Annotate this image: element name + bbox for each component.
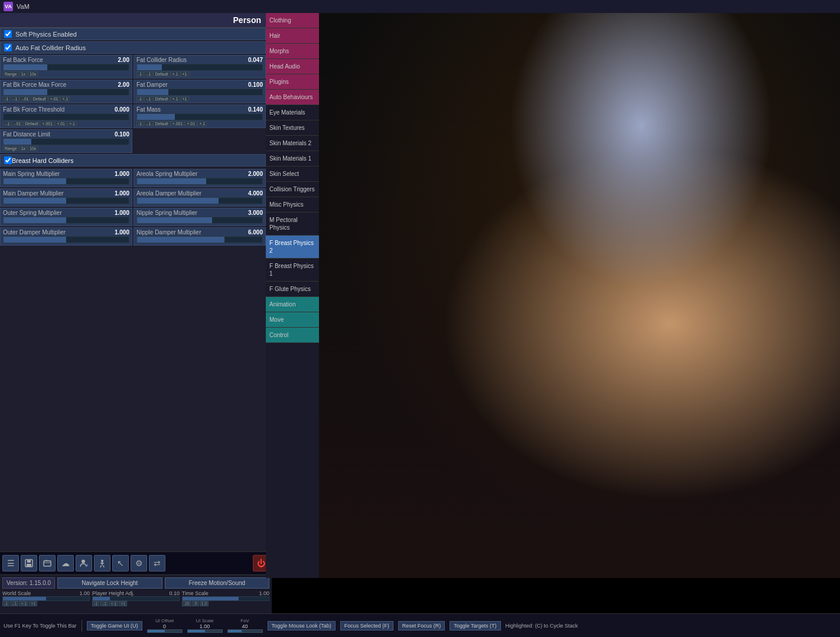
fat-dist-10x-btn[interactable]: 10x xyxy=(28,146,38,151)
time-scale-025-btn[interactable]: .25 xyxy=(182,601,191,606)
main-spring-mult-slider[interactable] xyxy=(3,178,129,185)
tab-skin-select[interactable]: Skin Select xyxy=(266,166,319,182)
outer-damper-mult-slider[interactable] xyxy=(3,236,129,243)
tab-skin-textures[interactable]: Skin Textures xyxy=(266,120,319,136)
world-scale-m1-btn[interactable]: -1 xyxy=(2,601,9,606)
fat-damper-p1-btn[interactable]: +1 xyxy=(181,96,189,102)
cloud-icon[interactable]: ☁ xyxy=(57,555,74,571)
outer-spring-mult-slider[interactable] xyxy=(3,217,129,224)
world-scale-slider[interactable] xyxy=(2,596,90,601)
player-height-p01-btn[interactable]: +.1 xyxy=(109,601,118,606)
fat-back-force-1x-btn[interactable]: 1x xyxy=(19,71,27,77)
navigate-lock-height-button[interactable]: Navigate Lock Height xyxy=(57,577,162,589)
tab-f-breast-physics-2[interactable]: F Breast Physics 2 xyxy=(266,236,319,259)
figure-icon[interactable] xyxy=(94,555,110,571)
fat-bk-max-m001-btn[interactable]: -.01 xyxy=(19,96,30,102)
tab-m-pectoral-physics[interactable]: M Pectoral Physics xyxy=(266,213,319,236)
fat-bk-th-m001-btn[interactable]: -.01 xyxy=(12,121,22,126)
main-damper-mult-slider[interactable] xyxy=(3,197,129,204)
tab-collision-triggers[interactable]: Collision Triggers xyxy=(266,182,319,197)
fat-bk-th-p01-btn[interactable]: +.01 xyxy=(55,121,67,126)
world-scale-m01-btn[interactable]: -.1 xyxy=(10,601,18,606)
fat-dist-range-btn[interactable]: Range xyxy=(3,146,19,151)
tab-clothing[interactable]: Clothing xyxy=(266,13,319,28)
fat-collider-m01-btn[interactable]: -.1 xyxy=(144,71,152,77)
fat-bk-max-m01-btn[interactable]: -.1 xyxy=(11,96,19,102)
toggle-mouse-look-button[interactable]: Toggle Mouse Look (Tab) xyxy=(268,621,336,631)
nipple-damper-mult-slider[interactable] xyxy=(136,236,263,243)
tab-move[interactable]: Move xyxy=(266,312,319,328)
cursor-icon[interactable]: ↖ xyxy=(112,555,129,571)
ui-scale-slider[interactable] xyxy=(187,629,223,633)
freeze-motion-button[interactable]: Freeze Motion/Sound xyxy=(165,577,269,589)
fat-bk-th-m01-btn[interactable]: -.1 xyxy=(3,121,11,126)
auto-fat-checkbox[interactable] xyxy=(4,44,12,51)
areola-damper-mult-slider[interactable] xyxy=(136,197,263,204)
tools-icon[interactable]: ⚙ xyxy=(131,555,147,571)
fat-bk-max-force-slider[interactable] xyxy=(3,89,129,96)
areola-spring-mult-slider[interactable] xyxy=(136,178,263,185)
fat-mass-p001-btn[interactable]: +.001 xyxy=(171,121,185,126)
player-height-slider[interactable] xyxy=(92,596,180,601)
fat-bk-th-default-btn[interactable]: Default xyxy=(23,121,40,126)
fat-mass-m01-btn[interactable]: -.1 xyxy=(144,121,152,126)
tab-auto-behaviours[interactable]: Auto Behaviours xyxy=(266,90,319,105)
load-icon[interactable] xyxy=(39,555,56,571)
fat-mass-p01-btn[interactable]: +.01 xyxy=(185,121,197,126)
fat-collider-default-btn[interactable]: Default xyxy=(153,71,170,77)
fat-bk-max-m1-btn[interactable]: -1 xyxy=(3,96,10,102)
tab-hair[interactable]: Hair xyxy=(266,28,319,44)
soft-physics-checkbox[interactable] xyxy=(4,30,12,38)
fat-damper-p01-btn[interactable]: +.1 xyxy=(171,96,180,102)
fat-collider-p1-btn[interactable]: +1 xyxy=(181,71,189,77)
time-scale-05-btn[interactable]: .5 xyxy=(192,601,199,606)
tab-animation[interactable]: Animation xyxy=(266,297,319,312)
fat-back-force-10x-btn[interactable]: 10x xyxy=(28,71,38,77)
player-height-m01-btn[interactable]: -.1 xyxy=(100,601,108,606)
tab-morphs[interactable]: Morphs xyxy=(266,44,319,59)
fat-damper-slider[interactable] xyxy=(136,89,263,96)
fov-slider[interactable] xyxy=(227,629,263,633)
fat-back-force-slider[interactable] xyxy=(3,64,129,71)
fat-damper-m1-btn[interactable]: -1 xyxy=(136,96,144,102)
nipple-spring-mult-slider[interactable] xyxy=(136,217,263,224)
tab-f-glute-physics[interactable]: F Glute Physics xyxy=(266,282,319,297)
fat-bk-th-p001-btn[interactable]: +.001 xyxy=(40,121,54,126)
tab-eye-materials[interactable]: Eye Materials xyxy=(266,105,319,120)
tab-control[interactable]: Control xyxy=(266,328,319,343)
fat-mass-m1-btn[interactable]: -1 xyxy=(136,121,144,126)
fat-damper-default-btn[interactable]: Default xyxy=(153,96,170,102)
fat-bk-threshold-slider[interactable] xyxy=(3,113,129,120)
fat-collider-radius-slider[interactable] xyxy=(136,64,263,71)
breast-hard-colliders-checkbox[interactable] xyxy=(4,156,12,164)
fat-distance-limit-slider[interactable] xyxy=(3,138,129,145)
tab-skin-materials-1[interactable]: Skin Materials 1 xyxy=(266,151,319,166)
world-scale-p01-btn[interactable]: +.1 xyxy=(19,601,28,606)
save-icon[interactable] xyxy=(21,555,37,571)
fat-collider-p01-btn[interactable]: +.1 xyxy=(171,71,180,77)
toggle-game-ui-button[interactable]: Toggle Game UI (U) xyxy=(87,621,142,631)
focus-selected-button[interactable]: Focus Selected (F) xyxy=(340,621,393,631)
fat-collider-m1-btn[interactable]: -1 xyxy=(136,71,144,77)
fat-damper-m01-btn[interactable]: -.1 xyxy=(144,96,152,102)
tab-head-audio[interactable]: Head Audio xyxy=(266,59,319,74)
time-scale-1-btn[interactable]: 1.0 xyxy=(200,601,209,606)
toggle-targets-button[interactable]: Toggle Targets (T) xyxy=(450,621,500,631)
tab-plugins[interactable]: Plugins xyxy=(266,74,319,90)
fat-mass-p1-btn[interactable]: +.1 xyxy=(197,121,207,126)
reset-focus-button[interactable]: Reset Focus (R) xyxy=(398,621,445,631)
share-icon[interactable]: ⇄ xyxy=(149,555,165,571)
fat-bk-th-p1-btn[interactable]: +.1 xyxy=(67,121,77,126)
fat-dist-1x-btn[interactable]: 1x xyxy=(19,146,27,151)
fat-back-force-range-btn[interactable]: Range xyxy=(3,71,19,77)
tab-skin-materials-2[interactable]: Skin Materials 2 xyxy=(266,136,319,151)
add-person-icon[interactable]: + xyxy=(76,555,92,571)
player-height-p1-btn[interactable]: +1 xyxy=(119,601,127,606)
time-scale-slider[interactable] xyxy=(182,596,269,601)
fat-bk-max-default-btn[interactable]: Default xyxy=(31,96,47,102)
fat-mass-slider[interactable] xyxy=(136,113,263,120)
tab-f-breast-physics-1[interactable]: F Breast Physics 1 xyxy=(266,259,319,282)
fat-bk-max-p001-btn[interactable]: +.01 xyxy=(48,96,60,102)
fat-mass-default-btn[interactable]: Default xyxy=(153,121,170,126)
ui-offset-slider[interactable] xyxy=(147,629,183,633)
